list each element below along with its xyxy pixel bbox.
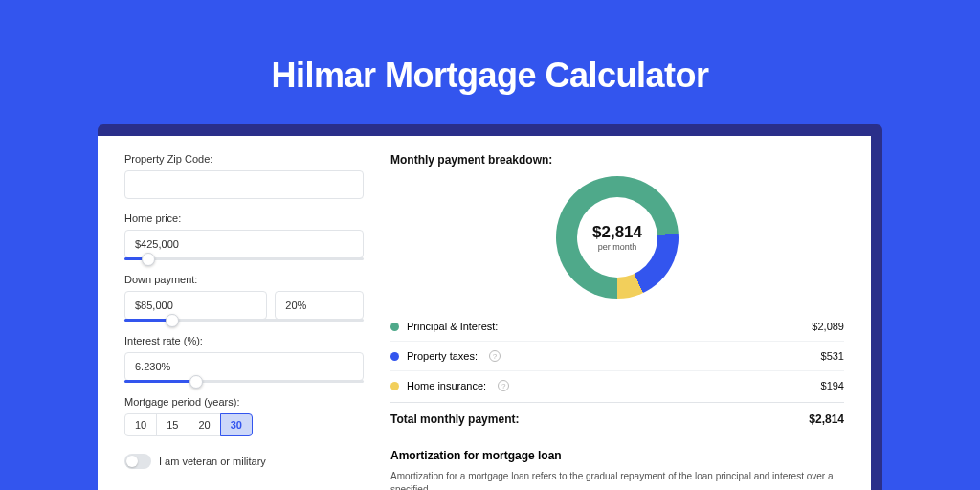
donut-value: $2,814	[592, 223, 642, 242]
breakdown-legend: Principal & Interest:$2,089Property taxe…	[390, 312, 844, 400]
input-panel: Property Zip Code: Home price: Down paym…	[124, 153, 364, 490]
period-label: Mortgage period (years):	[124, 396, 364, 408]
legend-value: $194	[821, 380, 844, 391]
legend-dot	[390, 352, 399, 361]
amortization-title: Amortization for mortgage loan	[390, 449, 844, 462]
help-icon[interactable]: ?	[498, 380, 509, 391]
help-icon[interactable]: ?	[489, 350, 501, 362]
total-label: Total monthly payment:	[390, 412, 519, 426]
payment-donut-chart: $2,814 per month	[556, 176, 679, 299]
interest-rate-input[interactable]	[124, 352, 364, 381]
down-payment-percent-input[interactable]	[275, 291, 364, 320]
legend-value: $531	[821, 350, 844, 362]
period-option-10[interactable]: 10	[124, 413, 157, 436]
period-option-30[interactable]: 30	[220, 413, 253, 436]
breakdown-title: Monthly payment breakdown:	[390, 153, 844, 167]
legend-value: $2,089	[812, 321, 844, 332]
period-options: 10152030	[124, 413, 364, 436]
calculator-card: Property Zip Code: Home price: Down paym…	[98, 136, 871, 490]
total-value: $2,814	[809, 412, 844, 426]
home-price-slider[interactable]	[124, 257, 364, 260]
card-shadow: Property Zip Code: Home price: Down paym…	[98, 124, 882, 490]
zip-input[interactable]	[124, 170, 364, 199]
page-title: Hilmar Mortgage Calculator	[0, 56, 980, 96]
interest-rate-slider[interactable]	[124, 380, 364, 383]
down-payment-amount-input[interactable]	[124, 291, 267, 320]
down-payment-label: Down payment:	[124, 274, 364, 285]
veteran-toggle[interactable]	[124, 454, 151, 469]
donut-sublabel: per month	[598, 242, 637, 252]
zip-label: Property Zip Code:	[124, 153, 364, 165]
legend-label: Property taxes:	[407, 350, 478, 362]
breakdown-panel: Monthly payment breakdown: $2,814 per mo…	[390, 153, 844, 490]
period-option-15[interactable]: 15	[156, 413, 189, 436]
legend-label: Principal & Interest:	[407, 321, 498, 332]
period-option-20[interactable]: 20	[189, 413, 221, 436]
home-price-input[interactable]	[124, 230, 364, 258]
legend-row: Principal & Interest:$2,089	[390, 312, 844, 342]
interest-rate-label: Interest rate (%):	[124, 335, 364, 346]
home-price-label: Home price:	[124, 212, 364, 224]
legend-dot	[390, 382, 399, 390]
down-payment-slider[interactable]	[124, 319, 364, 322]
veteran-label: I am veteran or military	[159, 456, 266, 467]
legend-label: Home insurance:	[407, 380, 486, 391]
legend-dot	[390, 323, 399, 331]
legend-row: Home insurance:?$194	[390, 371, 844, 400]
amortization-text: Amortization for a mortgage loan refers …	[390, 470, 844, 490]
legend-row: Property taxes:?$531	[390, 342, 844, 371]
